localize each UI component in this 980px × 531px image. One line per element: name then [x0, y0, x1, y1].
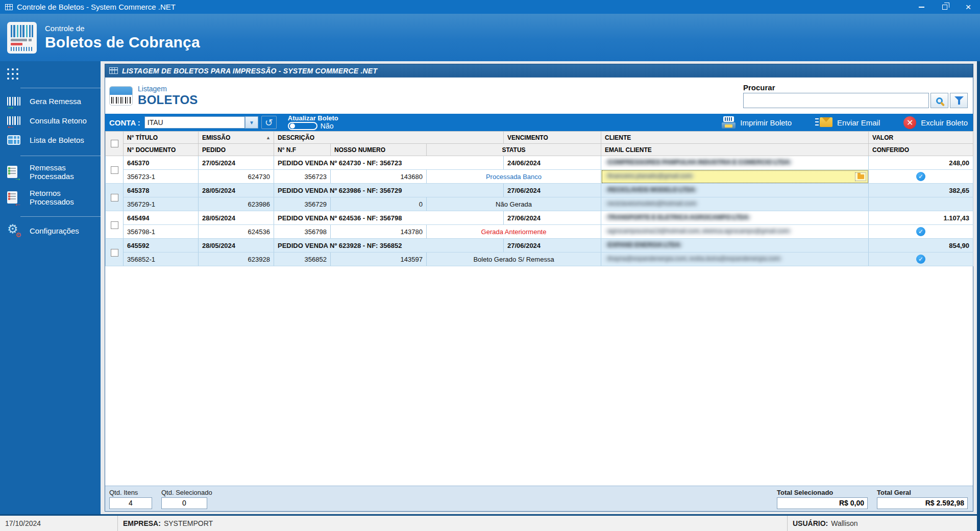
- cell-descricao[interactable]: PEDIDO VENDA Nº 624730 - NF: 356723: [274, 156, 504, 170]
- filter-button[interactable]: [950, 93, 968, 108]
- row-checkbox[interactable]: [111, 166, 118, 174]
- cell-nosso-numero[interactable]: 0: [331, 197, 427, 211]
- red-x-icon: ✕: [903, 116, 916, 129]
- cell-nosso-numero[interactable]: 143780: [331, 225, 427, 239]
- total-geral-value: R$ 2.592,98: [877, 497, 968, 509]
- gears-icon: ⚙⚙: [7, 224, 24, 237]
- cell-nf[interactable]: 356798: [274, 225, 331, 239]
- close-button[interactable]: ×: [957, 0, 980, 14]
- sidebar-item-retornos-processados[interactable]: ← Retornos Processados: [0, 185, 101, 210]
- header-row-2: N° DOCUMENTO PEDIDO N° N.F NOSSO NUMERO …: [106, 144, 973, 156]
- conta-combobox-input[interactable]: [144, 116, 245, 129]
- column-header-descricao[interactable]: DESCRIÇÃO: [274, 132, 504, 144]
- cell-nf[interactable]: 356729: [274, 197, 331, 211]
- cell-valor[interactable]: 248,00: [869, 156, 973, 170]
- cell-valor[interactable]: 854,90: [869, 239, 973, 252]
- conta-dropdown-button[interactable]: ▼: [245, 116, 258, 129]
- column-header-status[interactable]: STATUS: [427, 144, 601, 156]
- sidebar-item-gera-remessa[interactable]: → Gera Remessa: [0, 91, 101, 111]
- cell-status[interactable]: Boleto Gerado S/ Remessa: [427, 252, 601, 266]
- open-folder-button[interactable]: [855, 172, 866, 181]
- restore-button[interactable]: [933, 0, 957, 14]
- column-header-pedido[interactable]: PEDIDO: [199, 144, 274, 156]
- qtd-selecionado-value: 0: [161, 497, 207, 509]
- cell-pedido[interactable]: 623928: [199, 252, 274, 266]
- cell-descricao[interactable]: PEDIDO VENDA Nº 623986 - NF: 356729: [274, 184, 504, 197]
- cell-cliente[interactable]: COMPRESSORES PAMPULHA INDUSTRIA E COMERC…: [601, 156, 869, 170]
- row-checkbox[interactable]: [111, 194, 118, 201]
- apps-grid-icon[interactable]: [7, 68, 20, 82]
- cell-vencimento[interactable]: 27/06/2024: [504, 239, 601, 252]
- cell-nosso-numero[interactable]: 143597: [331, 252, 427, 266]
- sidebar-item-remessas-processadas[interactable]: → Remessas Processadas: [0, 159, 101, 185]
- column-header-vencimento[interactable]: VENCIMENTO: [504, 132, 601, 144]
- cell-conferido: ✓: [869, 252, 973, 266]
- redacted-email: financeiro.planalto@gmail.com: [605, 172, 695, 180]
- minimize-button[interactable]: [910, 0, 933, 14]
- cell-pedido[interactable]: 624536: [199, 225, 274, 239]
- column-header-nosso-numero[interactable]: NOSSO NUMERO: [331, 144, 427, 156]
- select-all-checkbox[interactable]: [111, 140, 118, 147]
- sidebar-item-configuracoes[interactable]: ⚙⚙ Configurações: [0, 220, 101, 241]
- search-button[interactable]: [930, 93, 948, 108]
- column-header-titulo[interactable]: N° TÍTULO: [124, 132, 199, 144]
- cell-descricao[interactable]: PEDIDO VENDA Nº 624536 - NF: 356798: [274, 211, 504, 225]
- row-checkbox-cell: [106, 239, 124, 266]
- table-row: 356723-1 624730 356723 143680 Processada…: [106, 170, 973, 184]
- excluir-boleto-button[interactable]: ✕ Excluir Boleto: [903, 116, 968, 129]
- cell-status[interactable]: Processada Banco: [427, 170, 601, 184]
- atualizar-boleto-toggle[interactable]: [288, 122, 317, 130]
- cell-emissao[interactable]: 28/05/2024: [199, 184, 274, 197]
- cell-cliente[interactable]: TRANSPORTE E ELETRICA AGROCAMPO LTDA: [601, 211, 869, 225]
- cell-titulo[interactable]: 645378: [124, 184, 199, 197]
- enviar-email-button[interactable]: Enviar Email: [815, 117, 880, 128]
- cell-titulo[interactable]: 645494: [124, 211, 199, 225]
- cell-email[interactable]: agrocampousina13@hotmail.com, eletrica.a…: [601, 225, 869, 239]
- sidebar-item-lista-de-boletos[interactable]: Lista de Boletos: [0, 130, 101, 149]
- column-header-cliente[interactable]: CLIENTE: [601, 132, 869, 144]
- cell-email[interactable]: reciclaveismodelo@hotmail.com: [601, 197, 869, 211]
- cell-cliente[interactable]: EXPAND ENERGIA LTDA: [601, 239, 869, 252]
- cell-pedido[interactable]: 624730: [199, 170, 274, 184]
- column-header-valor[interactable]: VALOR: [869, 132, 973, 144]
- table-row: 356852-1 623928 356852 143597 Boleto Ger…: [106, 252, 973, 266]
- refresh-button[interactable]: ↺: [261, 116, 277, 129]
- imprimir-boleto-button[interactable]: Imprimir Boleto: [722, 116, 792, 129]
- column-header-email-cliente[interactable]: EMAIL CLIENTE: [601, 144, 869, 156]
- search-label: Procurar: [743, 83, 968, 92]
- cell-documento[interactable]: 356729-1: [124, 197, 199, 211]
- cell-titulo[interactable]: 645370: [124, 156, 199, 170]
- cell-nf[interactable]: 356852: [274, 252, 331, 266]
- cell-emissao[interactable]: 27/05/2024: [199, 156, 274, 170]
- cell-documento[interactable]: 356852-1: [124, 252, 199, 266]
- cell-nf[interactable]: 356723: [274, 170, 331, 184]
- cell-vencimento[interactable]: 27/06/2024: [504, 184, 601, 197]
- row-checkbox[interactable]: [111, 221, 118, 229]
- cell-vencimento[interactable]: 24/06/2024: [504, 156, 601, 170]
- cell-valor[interactable]: 1.107,43: [869, 211, 973, 225]
- cell-titulo[interactable]: 645592: [124, 239, 199, 252]
- column-header-emissao[interactable]: EMISSÃO▲: [199, 132, 274, 144]
- search-input[interactable]: [743, 93, 929, 108]
- cell-documento[interactable]: 356798-1: [124, 225, 199, 239]
- column-header-conferido[interactable]: CONFERIDO: [869, 144, 973, 156]
- cell-email-selected[interactable]: financeiro.planalto@gmail.com: [601, 170, 869, 184]
- row-checkbox[interactable]: [111, 249, 118, 257]
- cell-nosso-numero[interactable]: 143680: [331, 170, 427, 184]
- cell-valor[interactable]: 382,65: [869, 184, 973, 197]
- column-header-documento[interactable]: N° DOCUMENTO: [124, 144, 199, 156]
- cell-emissao[interactable]: 28/05/2024: [199, 239, 274, 252]
- cell-emissao[interactable]: 28/05/2024: [199, 211, 274, 225]
- magnifier-icon: [936, 97, 943, 104]
- cell-email[interactable]: thayna@expandenergia.com, estila.dutra@e…: [601, 252, 869, 266]
- cell-status[interactable]: Não Gerada: [427, 197, 601, 211]
- column-header-nf[interactable]: N° N.F: [274, 144, 331, 156]
- cell-documento[interactable]: 356723-1: [124, 170, 199, 184]
- sidebar-item-consulta-retorno[interactable]: ← Consulta Retono: [0, 111, 101, 130]
- boleto-logo-icon: [7, 22, 37, 54]
- cell-cliente[interactable]: RECICLAVEIS MODELO LTDA: [601, 184, 869, 197]
- cell-descricao[interactable]: PEDIDO VENDA Nº 623928 - NF: 356852: [274, 239, 504, 252]
- cell-vencimento[interactable]: 27/06/2024: [504, 211, 601, 225]
- cell-pedido[interactable]: 623986: [199, 197, 274, 211]
- cell-status[interactable]: Gerada Anteriormente: [427, 225, 601, 239]
